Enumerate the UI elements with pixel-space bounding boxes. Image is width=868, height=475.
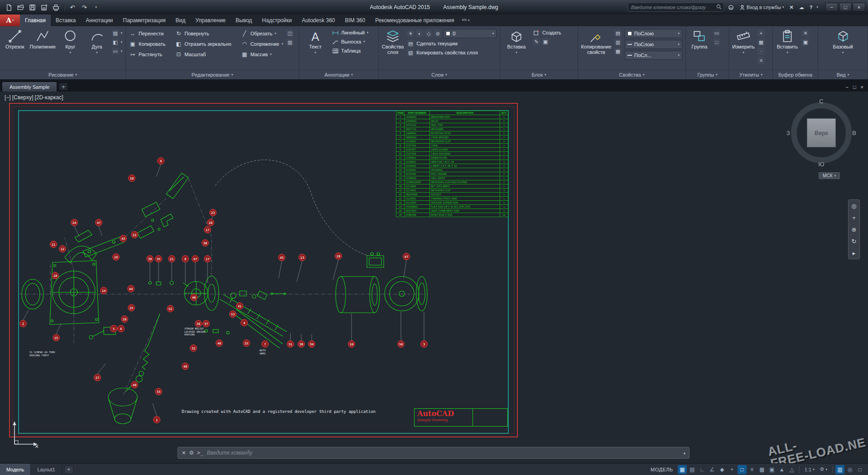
panel-label-block[interactable]: Блок▾: [500, 70, 578, 79]
a360-icon[interactable]: [727, 3, 735, 12]
ribbon-tab[interactable]: Вывод: [231, 15, 257, 26]
search-icon[interactable]: [716, 3, 722, 11]
lineweight-icon[interactable]: ≡: [747, 465, 757, 474]
ribbon-tab[interactable]: Аннотации: [81, 15, 118, 26]
explode-icon[interactable]: ▥: [286, 39, 294, 46]
new-drawing-tab-button[interactable]: +: [59, 82, 68, 91]
paste-button[interactable]: Вставить ▾: [776, 28, 799, 55]
viewcube-west[interactable]: З: [786, 130, 790, 136]
modify-tool-button[interactable]: ▣ Копировать: [129, 40, 168, 48]
block-edit-icon[interactable]: ✎: [533, 38, 540, 45]
viewport-control[interactable]: [−]: [5, 94, 11, 101]
group-button[interactable]: Группа: [689, 28, 710, 49]
minimize-button[interactable]: −: [825, 3, 838, 12]
layer-combo[interactable]: 0 ▾: [443, 29, 497, 38]
viewcube-top-face[interactable]: Верх: [807, 118, 836, 147]
modify-tool-button[interactable]: ↔ Перенести: [129, 30, 168, 37]
save-as-icon[interactable]: [39, 3, 49, 12]
isodraft-icon[interactable]: ◆: [718, 465, 727, 474]
panel-label-utilities[interactable]: Утилиты▾: [729, 70, 772, 79]
cloud-icon[interactable]: ☁: [798, 3, 805, 12]
exchange-apps-icon[interactable]: ✕: [788, 3, 795, 12]
modify-tool-button[interactable]: ╱ Обрезать ▾: [241, 30, 283, 37]
ribbon-tab[interactable]: Управление: [190, 15, 231, 26]
dimension-button[interactable]: Линейный▾: [332, 29, 368, 36]
layer-properties-button[interactable]: Свойства слоя: [382, 28, 404, 55]
properties-list-icon[interactable]: ▤: [614, 29, 622, 37]
object-snap-icon[interactable]: □: [738, 465, 747, 474]
make-current-button[interactable]: ▤ Сделать текущим: [407, 40, 497, 47]
autoscale-icon[interactable]: △: [787, 465, 796, 474]
base-view-button[interactable]: Базовый ▾: [830, 28, 856, 55]
region-icon[interactable]: ◧: [112, 39, 119, 46]
linetype-combo[interactable]: ПоСл... ▾: [625, 51, 682, 60]
close-button[interactable]: ×: [853, 3, 865, 12]
divide-icon[interactable]: ≡: [757, 57, 765, 64]
search-input[interactable]: [630, 4, 716, 10]
model-tab[interactable]: Модель: [0, 464, 31, 475]
group-edit-icon[interactable]: □: [713, 39, 720, 46]
ribbon-tab[interactable]: BIM 360: [340, 15, 371, 26]
layer-off-icon[interactable]: ☀: [407, 30, 414, 37]
command-close-icon[interactable]: ✕: [182, 450, 186, 456]
maximize-button[interactable]: □: [839, 3, 852, 12]
viewport-control[interactable]: [2D-каркас]: [34, 94, 63, 101]
annotation-scale-button[interactable]: 1:1▾: [802, 465, 817, 474]
isolate-objects-icon[interactable]: ◎: [845, 465, 854, 474]
properties-table-icon[interactable]: ▦: [614, 48, 622, 55]
panel-label-layers[interactable]: Слои▾: [379, 70, 500, 79]
model-space-viewport[interactable]: [−][Сверху][2D-каркас]: [0, 92, 868, 463]
infocenter-search[interactable]: [628, 3, 724, 12]
file-tab-assembly-sample[interactable]: Assembly Sample: [2, 82, 57, 92]
drawing-restore-button[interactable]: □: [853, 84, 856, 90]
leader-button[interactable]: Выноска▾: [332, 38, 368, 45]
rectangle-icon[interactable]: ▭: [112, 48, 119, 55]
grid-icon[interactable]: ▦: [678, 465, 687, 474]
ribbon-tab[interactable]: Главная: [20, 15, 51, 26]
ribbon-options-icon[interactable]: ▭ ▾: [462, 14, 470, 26]
new-layout-button[interactable]: +: [64, 465, 73, 474]
id-point-icon[interactable]: +: [757, 29, 765, 37]
copy-clip-icon[interactable]: ▣: [802, 39, 809, 46]
cut-icon[interactable]: ✕: [802, 29, 809, 37]
properties-toggle-icon[interactable]: ▥: [614, 39, 622, 46]
ribbon-tab[interactable]: Параметризация: [118, 15, 170, 26]
command-customize-icon[interactable]: ⚙: [189, 450, 194, 456]
snap-mode-icon[interactable]: ▤: [688, 465, 697, 474]
clean-screen-icon[interactable]: □: [855, 465, 864, 474]
circle-button[interactable]: Круг ▾: [59, 28, 82, 55]
annotation-visibility-icon[interactable]: ▲: [777, 465, 786, 474]
match-layer-button[interactable]: ▧ Копировать свойства слоя: [407, 49, 497, 56]
panel-label-modify[interactable]: Редактирование▾: [126, 70, 299, 79]
drawing-close-button[interactable]: ×: [861, 84, 863, 90]
viewcube-south[interactable]: Ю: [818, 161, 824, 168]
layer-lock-icon[interactable]: ⊘: [434, 30, 441, 37]
layout1-tab[interactable]: Layout1: [31, 464, 62, 475]
create-block-button[interactable]: Создать: [533, 29, 561, 36]
pan-icon[interactable]: +: [849, 213, 858, 222]
new-file-icon[interactable]: [4, 3, 14, 12]
panel-label-view[interactable]: Вид▾: [818, 70, 868, 79]
selection-cycling-icon[interactable]: ▣: [767, 465, 776, 474]
transparency-icon[interactable]: ▩: [757, 465, 767, 474]
line-button[interactable]: Отрезок: [3, 28, 26, 49]
modify-tool-button[interactable]: ◧ Отразить зеркально: [175, 40, 233, 48]
table-button[interactable]: Таблица: [332, 47, 368, 54]
arc-button[interactable]: Дуга ▾: [85, 28, 108, 55]
drawing-minimize-button[interactable]: −: [845, 84, 848, 90]
undo-icon[interactable]: ↶: [68, 3, 77, 12]
attributes-icon[interactable]: ▣: [542, 38, 549, 45]
ribbon-tab[interactable]: Вид: [171, 15, 191, 26]
signin-button[interactable]: Вход в службы ▾: [738, 3, 786, 12]
polyline-button[interactable]: Полилиния: [29, 28, 55, 49]
zoom-icon[interactable]: ⊕: [849, 225, 858, 234]
point-icon[interactable]: ·: [757, 48, 765, 55]
redo-icon[interactable]: ↷: [79, 3, 89, 12]
ribbon-tab[interactable]: Autodesk 360: [297, 15, 340, 26]
ungroup-icon[interactable]: ▭: [713, 29, 720, 37]
modify-tool-button[interactable]: ▦ Массив ▾: [241, 51, 283, 58]
modify-tool-button[interactable]: ↦ Растянуть: [129, 51, 168, 58]
model-mode-label[interactable]: МОДЕЛЬ: [651, 467, 673, 472]
workspace-switching-button[interactable]: ⚙▾: [818, 465, 829, 474]
viewcube-east[interactable]: В: [852, 130, 856, 136]
